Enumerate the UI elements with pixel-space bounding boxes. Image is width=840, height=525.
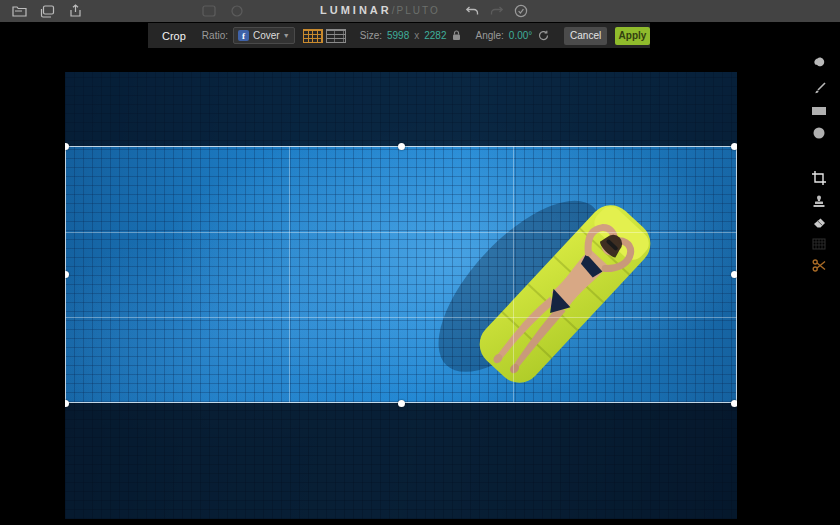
grid-rows-icon [326, 29, 346, 43]
chevron-down-icon: ▼ [283, 32, 290, 39]
apply-button[interactable]: Apply [615, 27, 650, 45]
export-share-icon[interactable] [66, 3, 84, 19]
ratio-selected-value: Cover [253, 30, 283, 41]
clone-stamp-icon[interactable] [804, 193, 834, 211]
grid-thirds-icon [303, 29, 323, 43]
crop-handle-mid-right[interactable] [731, 271, 737, 278]
check-circle-icon[interactable] [512, 3, 530, 19]
crop-handle-top-mid[interactable] [398, 143, 405, 150]
app-window: LUMINAR/PLUTO Crop Ratio: f Cover ▼ Size… [0, 0, 840, 525]
grid-overlay-rows-button[interactable] [326, 28, 346, 44]
size-separator: x [414, 30, 419, 41]
redo-icon [488, 3, 506, 19]
angle-label: Angle: [475, 30, 503, 41]
image-gallery-icon[interactable] [38, 3, 56, 19]
cancel-button[interactable]: Cancel [564, 27, 607, 45]
size-width-value[interactable]: 5998 [387, 30, 409, 41]
grid-overlay-thirds-button[interactable] [303, 28, 323, 44]
ratio-label: Ratio: [202, 30, 228, 41]
crop-toolbar: Crop Ratio: f Cover ▼ Size: 5998 x 2282 … [148, 23, 650, 48]
crop-handle-top-right[interactable] [731, 143, 737, 150]
gradient-mask-icon[interactable] [804, 102, 834, 120]
brand-wordmark: LUMINAR [320, 4, 392, 16]
crop-dim-bottom [65, 403, 737, 519]
crop-rectangle[interactable] [65, 146, 737, 403]
texture-icon[interactable] [804, 235, 834, 253]
crop-frame-icon[interactable] [804, 169, 834, 187]
dimmed-tool-icon [200, 3, 218, 19]
facebook-icon: f [238, 30, 249, 41]
dimmed-tool-icon [228, 3, 246, 19]
ratio-dropdown[interactable]: f Cover ▼ [233, 27, 295, 44]
top-bar: LUMINAR/PLUTO [0, 0, 840, 22]
brand-suffix: /PLUTO [392, 5, 440, 16]
undo-icon[interactable] [463, 3, 481, 19]
lock-icon[interactable] [452, 30, 461, 41]
crop-handle-bottom-mid[interactable] [398, 400, 405, 407]
radial-mask-icon[interactable] [804, 124, 834, 142]
scissors-icon[interactable] [804, 256, 834, 274]
eraser-icon[interactable] [804, 214, 834, 232]
crop-tool-label: Crop [162, 30, 186, 42]
mask-paint-icon[interactable] [804, 54, 834, 72]
size-height-value[interactable]: 2282 [424, 30, 446, 41]
angle-value[interactable]: 0.00° [509, 30, 532, 41]
brush-icon[interactable] [804, 79, 834, 97]
app-title: LUMINAR/PLUTO [320, 4, 440, 16]
crop-dim-top [65, 72, 737, 146]
size-label: Size: [360, 30, 382, 41]
open-folder-icon[interactable] [10, 3, 28, 19]
crop-handle-bottom-right[interactable] [731, 400, 737, 407]
rotate-reset-icon[interactable] [538, 30, 549, 41]
photo-canvas[interactable] [65, 72, 737, 519]
